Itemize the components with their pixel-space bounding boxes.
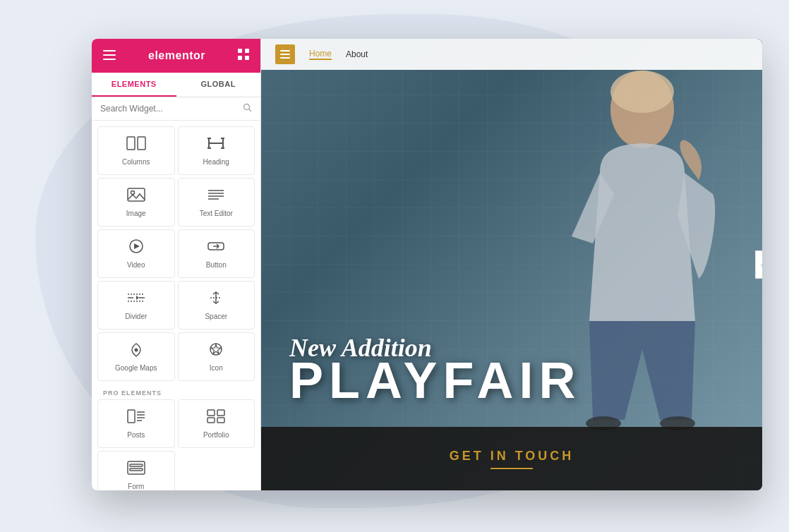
- cta-button-text: GET IN TOUCH: [450, 449, 574, 464]
- svg-rect-48: [130, 464, 143, 466]
- nav-link-home[interactable]: Home: [309, 49, 332, 60]
- svg-rect-10: [138, 137, 145, 150]
- widget-placeholder: [178, 451, 255, 490]
- collapse-handle[interactable]: ‹: [755, 250, 762, 279]
- widget-heading[interactable]: Heading: [178, 126, 255, 175]
- preview-nav: Home About: [261, 39, 762, 70]
- svg-rect-6: [245, 56, 249, 60]
- cta-button[interactable]: GET IN TOUCH: [450, 449, 574, 469]
- svg-rect-49: [130, 468, 143, 471]
- widget-spacer[interactable]: Spacer: [178, 281, 255, 330]
- nav-hamburger-line3: [280, 57, 290, 59]
- tab-global[interactable]: GLOBAL: [176, 73, 261, 97]
- tab-elements[interactable]: ELEMENTS: [92, 73, 176, 97]
- svg-rect-9: [127, 137, 135, 150]
- nav-link-about[interactable]: About: [346, 49, 368, 59]
- svg-marker-29: [136, 296, 139, 300]
- image-label: Image: [126, 210, 146, 217]
- svg-point-51: [610, 71, 674, 113]
- hero-text: New Addition PLAYFAIR: [289, 335, 581, 406]
- divider-icon: [126, 290, 146, 308]
- portfolio-icon: [206, 409, 226, 427]
- sidebar-header: elementor: [92, 39, 260, 73]
- svg-rect-1: [103, 54, 116, 56]
- svg-rect-18: [128, 188, 145, 201]
- google-maps-icon: [126, 341, 146, 360]
- svg-marker-37: [211, 344, 221, 354]
- elementor-logo: elementor: [148, 49, 205, 62]
- icon-label: Icon: [210, 364, 223, 372]
- icon-icon: [206, 341, 226, 360]
- svg-rect-43: [207, 410, 215, 416]
- search-input[interactable]: [100, 104, 243, 114]
- form-icon: [126, 460, 146, 478]
- svg-rect-47: [128, 461, 145, 474]
- widget-row-pro-2: Form: [97, 451, 255, 490]
- widget-row-5: Google Maps Icon: [97, 332, 255, 381]
- widget-row-pro-1: Posts Portfolio: [97, 399, 255, 448]
- widget-posts[interactable]: Posts: [97, 399, 175, 448]
- divider-label: Divider: [125, 313, 147, 320]
- elementor-sidebar: elementor ELEMENTS GLOBAL: [92, 39, 261, 490]
- columns-label: Columns: [122, 158, 150, 166]
- form-label: Form: [128, 483, 144, 490]
- svg-rect-4: [245, 49, 249, 53]
- widget-button[interactable]: Button: [178, 229, 255, 278]
- button-label: Button: [206, 261, 227, 269]
- svg-rect-0: [103, 50, 116, 52]
- cta-button-line: [490, 468, 533, 469]
- google-maps-label: Google Maps: [115, 364, 157, 372]
- widget-divider[interactable]: Divider: [97, 281, 175, 330]
- widget-row-1: Columns Heading: [97, 126, 255, 175]
- nav-hamburger-line2: [280, 54, 290, 55]
- svg-rect-44: [217, 410, 224, 416]
- widget-video[interactable]: Video: [97, 229, 175, 278]
- main-editor-container: elementor ELEMENTS GLOBAL: [92, 39, 762, 490]
- svg-point-19: [131, 191, 134, 195]
- widget-form[interactable]: Form: [97, 451, 175, 490]
- svg-line-8: [249, 109, 252, 112]
- heading-label: Heading: [203, 158, 229, 166]
- svg-rect-38: [128, 410, 135, 423]
- heading-icon: [206, 135, 226, 154]
- svg-rect-2: [103, 59, 116, 60]
- hamburger-icon[interactable]: [103, 49, 116, 64]
- widget-row-4: Divider Spacer: [97, 281, 255, 330]
- text-editor-icon: [206, 187, 226, 205]
- widget-text-editor[interactable]: Text Editor: [178, 178, 255, 226]
- widget-row-2: Image Text Editor: [97, 178, 255, 226]
- hero-title: PLAYFAIR: [289, 355, 581, 406]
- widget-google-maps[interactable]: Google Maps: [97, 332, 175, 381]
- nav-links: Home About: [309, 49, 368, 60]
- sidebar-tabs: ELEMENTS GLOBAL: [92, 73, 260, 97]
- preview-panel: Home About New Addition PLAYFAIR GET IN …: [261, 39, 762, 490]
- pro-elements-label: PRO ELEMENTS: [97, 384, 255, 399]
- widget-icon[interactable]: Icon: [178, 332, 255, 381]
- svg-point-35: [134, 349, 138, 352]
- search-icon: [243, 103, 252, 114]
- video-label: Video: [127, 261, 145, 269]
- grid-icon[interactable]: [238, 49, 249, 63]
- button-icon: [206, 238, 226, 257]
- svg-rect-46: [217, 418, 224, 423]
- spacer-label: Spacer: [205, 313, 227, 320]
- video-icon: [126, 238, 146, 257]
- svg-marker-25: [134, 243, 140, 249]
- svg-point-7: [244, 104, 250, 110]
- portfolio-label: Portfolio: [203, 431, 229, 439]
- widget-portfolio[interactable]: Portfolio: [178, 399, 255, 448]
- text-editor-label: Text Editor: [200, 210, 233, 217]
- image-icon: [126, 187, 146, 205]
- search-bar: [92, 97, 260, 121]
- posts-label: Posts: [127, 431, 145, 439]
- nav-hamburger-line1: [280, 50, 290, 52]
- nav-hamburger[interactable]: [275, 44, 295, 64]
- widget-columns[interactable]: Columns: [97, 126, 175, 175]
- widget-image[interactable]: Image: [97, 178, 175, 226]
- spacer-icon: [206, 290, 226, 308]
- widgets-grid: Columns Heading: [92, 121, 260, 490]
- columns-icon: [126, 135, 146, 154]
- svg-rect-45: [207, 418, 215, 423]
- svg-rect-3: [238, 49, 242, 53]
- svg-rect-5: [238, 56, 242, 60]
